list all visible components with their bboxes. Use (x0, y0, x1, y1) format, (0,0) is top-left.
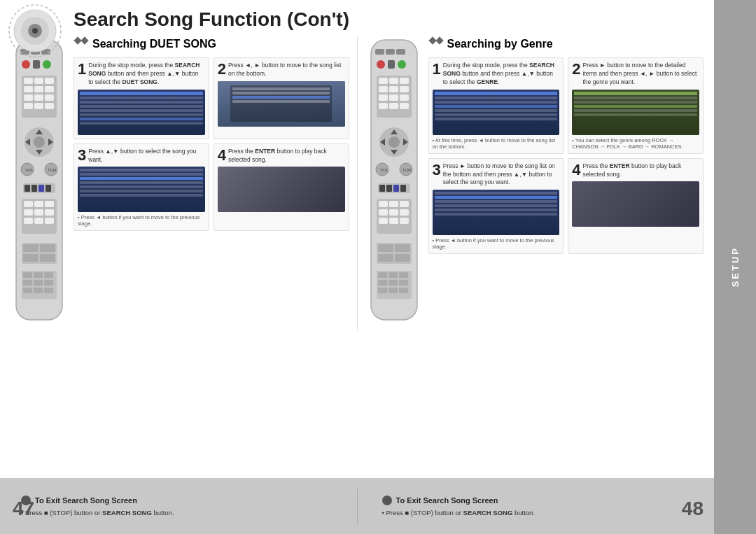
right-section-header: Searching by Genre (428, 36, 704, 52)
svg-rect-51 (23, 244, 38, 252)
right-step-3-screen (433, 190, 560, 235)
svg-rect-49 (45, 218, 54, 224)
svg-rect-20 (34, 94, 43, 101)
page-title: Search Song Function (Con't) (74, 8, 349, 31)
bottom-bar: To Exit Search Song Screen • Press ■ (ST… (0, 478, 714, 534)
bottom-left-section: To Exit Search Song Screen • Press ■ (ST… (21, 496, 346, 517)
svg-rect-85 (389, 103, 398, 109)
svg-rect-113 (378, 244, 393, 252)
svg-point-71 (377, 60, 385, 69)
left-section-header: Searching DUET SONG (74, 36, 349, 52)
svg-rect-10 (33, 60, 40, 69)
left-remote: VOL TUN (10, 36, 70, 330)
svg-rect-65 (74, 36, 81, 44)
main-content: Search Song Function (Con't) (0, 0, 714, 478)
svg-rect-84 (379, 103, 388, 109)
svg-rect-72 (388, 60, 395, 69)
svg-rect-108 (400, 209, 409, 216)
page-num-right: 48 (682, 498, 704, 520)
svg-rect-22 (24, 103, 33, 109)
svg-rect-48 (34, 218, 43, 224)
svg-rect-61 (44, 280, 53, 286)
svg-rect-107 (389, 209, 398, 216)
svg-text:TUN: TUN (48, 168, 56, 172)
svg-point-30 (34, 136, 45, 148)
setup-sidebar: SETUP (714, 0, 756, 534)
bottom-right-section: To Exit Search Song Screen • Press ■ (ST… (368, 496, 694, 517)
svg-rect-109 (379, 218, 388, 224)
svg-rect-79 (389, 86, 398, 92)
svg-rect-122 (388, 280, 398, 286)
svg-rect-37 (31, 185, 37, 192)
svg-rect-16 (24, 86, 33, 92)
right-step-3: 3 Press ► button to move to the song lis… (428, 158, 564, 255)
right-remote: VOL TUN (365, 36, 425, 330)
svg-rect-78 (379, 86, 388, 92)
svg-rect-14 (34, 78, 43, 84)
right-steps: Searching by Genre 1 During the stop mod… (428, 36, 704, 330)
right-step-2-screen (572, 90, 699, 135)
svg-rect-53 (23, 254, 38, 262)
svg-rect-13 (24, 78, 33, 84)
left-step-2-screen (218, 81, 345, 127)
svg-rect-121 (378, 280, 387, 286)
svg-rect-118 (378, 272, 387, 278)
left-column: VOL TUN (10, 36, 349, 330)
svg-rect-39 (46, 185, 51, 192)
svg-rect-83 (400, 94, 409, 101)
right-column: VOL TUN (365, 36, 704, 330)
bottom-right-title-row: To Exit Search Song Screen (382, 496, 694, 505)
svg-rect-36 (24, 185, 30, 192)
svg-rect-57 (34, 272, 43, 278)
svg-rect-70 (396, 49, 405, 55)
svg-rect-110 (389, 218, 398, 224)
svg-rect-101 (400, 185, 406, 192)
svg-rect-23 (34, 103, 43, 109)
svg-rect-21 (45, 94, 54, 101)
svg-point-92 (388, 136, 400, 148)
svg-rect-43 (45, 201, 54, 207)
right-step-4-screen (572, 181, 699, 227)
svg-rect-100 (393, 185, 399, 192)
left-section-icon (74, 36, 89, 52)
page-container: Search Song Function (Con't) (0, 0, 756, 534)
svg-rect-45 (34, 209, 43, 216)
right-steps-row2: 3 Press ► button to move to the song lis… (428, 158, 704, 255)
svg-rect-127 (428, 36, 436, 44)
svg-rect-66 (80, 36, 88, 44)
svg-rect-59 (23, 280, 32, 286)
svg-rect-38 (38, 185, 44, 192)
bottom-right-icon (382, 496, 392, 505)
svg-rect-124 (378, 288, 387, 293)
svg-rect-19 (24, 94, 33, 101)
svg-rect-99 (386, 185, 392, 192)
svg-rect-126 (399, 288, 408, 293)
svg-rect-106 (379, 209, 388, 216)
page-num-left: 47 (13, 498, 34, 520)
logo-decoration (7, 3, 63, 61)
bottom-left-title-row: To Exit Search Song Screen (21, 496, 332, 505)
svg-rect-86 (400, 103, 409, 109)
svg-rect-42 (34, 201, 43, 207)
svg-rect-128 (435, 36, 443, 44)
left-step-1-screen (78, 90, 205, 135)
left-step-4: 4 Press the ENTER button to play back se… (214, 143, 349, 232)
svg-rect-24 (45, 103, 54, 109)
svg-rect-56 (23, 272, 32, 278)
right-step-4: 4 Press the ENTER button to play back se… (568, 158, 704, 255)
svg-rect-41 (24, 201, 33, 207)
svg-rect-77 (400, 78, 409, 84)
svg-point-11 (43, 60, 51, 69)
two-columns: VOL TUN (0, 36, 714, 330)
right-step-1: 1 During the stop mode, press the SEARCH… (428, 57, 564, 154)
svg-rect-15 (45, 78, 54, 84)
svg-rect-116 (395, 254, 410, 262)
svg-rect-68 (375, 49, 384, 55)
right-section-icon (428, 36, 444, 52)
svg-rect-69 (386, 49, 395, 55)
left-steps-row2: 3 Press ▲,▼ button to select the song yo… (74, 143, 349, 232)
svg-rect-82 (389, 94, 398, 101)
svg-rect-64 (44, 288, 53, 293)
svg-rect-125 (388, 288, 398, 293)
left-step-1: 1 During the stop mode, press the SEARCH… (74, 57, 209, 139)
